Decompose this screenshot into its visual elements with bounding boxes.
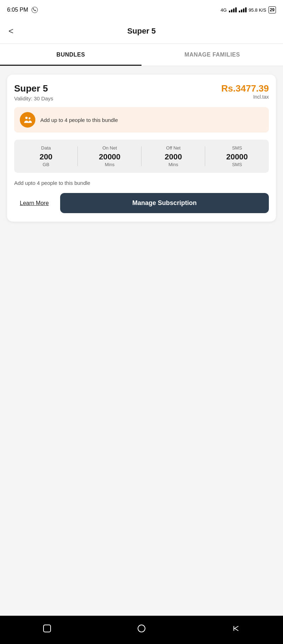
stat-data: Data 200 GB: [14, 140, 78, 173]
action-row: Learn More Manage Subscription: [14, 193, 269, 213]
stat-onnet: On Net 20000 Mins: [78, 140, 142, 173]
bottom-nav: [0, 616, 283, 644]
svg-point-0: [31, 7, 37, 13]
family-icon: [23, 115, 32, 124]
nav-square-button[interactable]: [42, 623, 52, 633]
svg-point-1: [25, 117, 28, 119]
nav-back-button[interactable]: [231, 623, 241, 633]
svg-rect-3: [44, 625, 51, 632]
status-right: 4G 95.8 K/S 29: [220, 6, 276, 13]
tab-manage-families[interactable]: MANAGE FAMILIES: [142, 44, 283, 66]
family-notice-text: Add up to 4 people to this bundle: [40, 117, 118, 123]
page-title: Super 5: [8, 27, 275, 36]
battery-icon: 29: [268, 6, 276, 13]
price-tax: Incl.tax: [221, 94, 269, 100]
family-icon-wrap: [20, 112, 35, 128]
learn-more-button[interactable]: Learn More: [14, 195, 54, 211]
bundle-info: Super 5 Validity: 30 Days: [14, 83, 53, 101]
tabs-container: BUNDLES MANAGE FAMILIES: [0, 44, 283, 66]
header: < Super 5: [0, 18, 283, 44]
status-bar: 6:05 PM 4G 95.8 K/S 29: [0, 0, 283, 18]
stats-grid: Data 200 GB On Net 20000 Mins Off Net 20…: [14, 140, 269, 173]
manage-subscription-button[interactable]: Manage Subscription: [60, 193, 269, 213]
bundle-description: Add upto 4 people to this bundle: [14, 180, 269, 186]
status-time: 6:05 PM: [7, 6, 38, 13]
price-value: Rs.3477.39: [221, 83, 269, 94]
stat-offnet: Off Net 2000 Mins: [142, 140, 205, 173]
bundle-name: Super 5: [14, 83, 53, 94]
nav-home-button[interactable]: [137, 623, 146, 633]
svg-point-4: [138, 625, 145, 632]
stat-sms: SMS 20000 SMS: [205, 140, 269, 173]
svg-point-2: [29, 117, 30, 119]
family-notice: Add up to 4 people to this bundle: [14, 107, 269, 133]
signal-bars-2: [239, 7, 247, 12]
bundle-header: Super 5 Validity: 30 Days Rs.3477.39 Inc…: [14, 83, 269, 101]
bundle-card: Super 5 Validity: 30 Days Rs.3477.39 Inc…: [7, 75, 276, 222]
bundle-validity: Validity: 30 Days: [14, 95, 53, 101]
back-button[interactable]: <: [6, 25, 16, 37]
speed-label: 95.8 K/S: [249, 7, 266, 13]
tab-bundles[interactable]: BUNDLES: [0, 44, 142, 66]
network-label: 4G: [220, 7, 226, 13]
time-label: 6:05 PM: [7, 7, 28, 13]
main-content: Super 5 Validity: 30 Days Rs.3477.39 Inc…: [0, 66, 283, 616]
whatsapp-icon: [31, 6, 38, 13]
signal-bars-1: [229, 7, 237, 12]
bundle-price-section: Rs.3477.39 Incl.tax: [221, 83, 269, 100]
